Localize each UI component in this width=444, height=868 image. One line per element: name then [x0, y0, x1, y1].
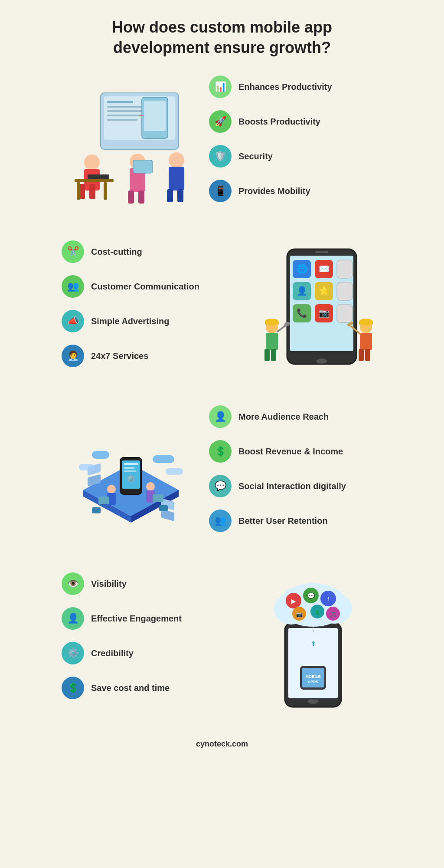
svg-rect-26	[177, 189, 183, 202]
svg-text:👤: 👤	[297, 286, 307, 296]
svg-rect-59	[365, 349, 370, 361]
page: How does custom mobile app development e…	[53, 0, 391, 779]
svg-rect-58	[359, 349, 364, 361]
feature-boost-revenue: 💲 Boost Revenue & Income	[209, 440, 382, 463]
svg-rect-50	[264, 349, 270, 361]
svg-rect-85	[92, 507, 101, 513]
footer-text: cynoteck.com	[62, 740, 382, 762]
svg-rect-25	[167, 189, 173, 202]
svg-rect-86	[159, 505, 168, 511]
svg-text:⭐: ⭐	[319, 286, 330, 296]
feature-simple-advertising: 📣 Simple Advertising	[62, 310, 235, 332]
svg-text:🌐: 🌐	[297, 263, 307, 274]
feature-credibility: ⚙️ Credibility	[62, 642, 235, 664]
svg-point-10	[84, 155, 100, 170]
cost-cutting-label: Cost-cutting	[91, 246, 142, 257]
security-label: Security	[238, 151, 273, 162]
user-retention-label: Better User Retention	[238, 515, 328, 526]
svg-rect-76	[124, 467, 134, 469]
section-1-illustration: ←	[62, 84, 200, 206]
mobility-icon: 📱	[209, 180, 232, 202]
visibility-icon: 👁️	[62, 572, 84, 595]
svg-rect-71	[79, 464, 94, 470]
svg-rect-49	[266, 333, 278, 350]
feature-boosts-productivity: 🚀 Boosts Productivity	[209, 110, 382, 133]
simple-advertising-icon: 📣	[62, 310, 84, 332]
simple-advertising-label: Simple Advertising	[91, 316, 169, 327]
feature-save-cost-time: 💲 Save cost and time	[62, 677, 235, 699]
svg-rect-56	[359, 322, 373, 325]
svg-rect-21	[138, 191, 144, 204]
svg-rect-84	[153, 494, 163, 502]
svg-rect-35	[337, 260, 353, 278]
feature-audience-reach: 👤 More Audience Reach	[209, 405, 382, 428]
svg-rect-51	[271, 349, 276, 361]
svg-text:📷: 📷	[319, 308, 330, 318]
section-4-illustration: MOBILE APPS ▶ 💬 f 📷 💲 🎵	[244, 570, 382, 713]
svg-text:⬆: ⬆	[310, 640, 316, 648]
effective-engagement-label: Effective Engagement	[91, 613, 182, 624]
feature-247-services: 🧑‍💼 24x7 Services	[62, 345, 235, 367]
mobility-label: Provides Mobility	[238, 185, 310, 197]
svg-text:💬: 💬	[307, 592, 315, 600]
svg-rect-20	[128, 191, 134, 204]
svg-rect-24	[169, 167, 184, 191]
feature-mobility: 📱 Provides Mobility	[209, 180, 382, 202]
svg-rect-75	[124, 463, 138, 465]
svg-point-23	[169, 152, 184, 168]
credibility-label: Credibility	[91, 648, 134, 659]
section-3-illustration: ⚙️	[62, 416, 200, 533]
section-2: 🌐 ✉️ 👤 ⭐ 📞 📷	[62, 240, 382, 379]
svg-point-79	[107, 485, 116, 493]
svg-text:MOBILE: MOBILE	[306, 674, 321, 679]
svg-rect-77	[124, 470, 137, 472]
svg-rect-8	[144, 101, 166, 131]
svg-rect-16	[104, 182, 107, 200]
credibility-icon: ⚙️	[62, 642, 84, 664]
customer-communication-icon: 👥	[62, 275, 84, 298]
visibility-label: Visibility	[91, 578, 127, 589]
audience-reach-icon: 👤	[209, 405, 232, 428]
section-1: ←	[62, 76, 382, 214]
feature-user-retention: 👥 Better User Retention	[209, 510, 382, 532]
boost-revenue-icon: 💲	[209, 440, 232, 463]
svg-text:←: ←	[137, 111, 145, 120]
247-services-icon: 🧑‍💼	[62, 345, 84, 367]
feature-customer-communication: 👥 Customer Communication	[62, 275, 235, 298]
page-title: How does custom mobile app development e…	[62, 17, 382, 58]
section-3: ⚙️ 👤 More Audience Reach 💲 Bo	[62, 405, 382, 544]
enhances-productivity-label: Enhances Productivity	[238, 81, 332, 92]
svg-rect-70	[153, 455, 174, 463]
effective-engagement-icon: 👤	[62, 607, 84, 630]
feature-effective-engagement: 👤 Effective Engagement	[62, 607, 235, 630]
svg-text:APPS: APPS	[308, 680, 319, 684]
save-cost-time-label: Save cost and time	[91, 682, 170, 694]
section-4: MOBILE APPS ▶ 💬 f 📷 💲 🎵	[62, 570, 382, 713]
audience-reach-label: More Audience Reach	[238, 411, 329, 422]
enhances-productivity-icon: 📊	[209, 76, 232, 98]
svg-point-90	[308, 699, 318, 704]
svg-rect-72	[166, 468, 183, 475]
svg-rect-83	[98, 496, 109, 504]
boosts-productivity-label: Boosts Productivity	[238, 116, 320, 127]
svg-rect-69	[92, 451, 109, 459]
svg-text:📞: 📞	[297, 308, 307, 318]
security-icon: 🛡️	[209, 145, 232, 168]
svg-rect-13	[89, 184, 95, 199]
svg-text:✉️: ✉️	[319, 263, 330, 274]
feature-social-interaction: 💬 Social Interaction digitally	[209, 475, 382, 497]
svg-text:⚙️: ⚙️	[126, 474, 136, 483]
svg-rect-48	[265, 322, 279, 325]
feature-cost-cutting: ✂️ Cost-cutting	[62, 240, 235, 263]
svg-point-30	[317, 358, 327, 364]
svg-text:🎵: 🎵	[330, 611, 336, 618]
svg-rect-6	[107, 119, 137, 121]
svg-point-81	[146, 482, 155, 491]
boosts-productivity-icon: 🚀	[209, 110, 232, 133]
section-2-content: ✂️ Cost-cutting 👥 Customer Communication…	[62, 240, 235, 379]
svg-rect-45	[337, 304, 353, 322]
svg-rect-29	[315, 251, 328, 253]
svg-text:💲: 💲	[314, 609, 321, 615]
social-interaction-label: Social Interaction digitally	[238, 480, 346, 492]
svg-rect-15	[77, 182, 80, 200]
